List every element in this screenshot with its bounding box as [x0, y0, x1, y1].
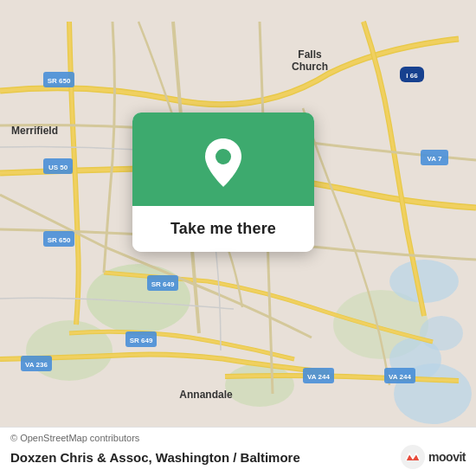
svg-text:VA 236: VA 236 [25, 361, 48, 369]
moovit-brand-icon [401, 445, 425, 469]
popup-button-area[interactable]: Take me there [132, 206, 314, 252]
svg-text:Annandale: Annandale [179, 389, 233, 401]
location-title: Doxzen Chris & Assoc, Washington / Balti… [10, 450, 300, 465]
bottom-title-row: Doxzen Chris & Assoc, Washington / Balti… [10, 445, 466, 469]
svg-text:Church: Church [292, 61, 328, 73]
svg-text:Falls: Falls [298, 48, 322, 61]
svg-point-7 [420, 316, 463, 351]
popup-card: Take me there [132, 113, 314, 252]
svg-point-2 [26, 320, 113, 381]
svg-text:Merrifield: Merrifield [11, 125, 58, 137]
svg-point-34 [401, 445, 425, 469]
map-container: SR 650 SR 650 US 50 SR 649 SR 649 VA 7 I… [0, 0, 476, 476]
svg-text:SR 649: SR 649 [151, 280, 175, 288]
svg-text:SR 650: SR 650 [48, 236, 71, 244]
copyright-text: © OpenStreetMap contributors [10, 433, 466, 443]
svg-text:US 50: US 50 [48, 164, 68, 171]
svg-text:SR 650: SR 650 [48, 77, 71, 85]
svg-text:VA 244: VA 244 [307, 373, 330, 381]
svg-text:VA 244: VA 244 [389, 373, 411, 381]
bottom-bar: © OpenStreetMap contributors Doxzen Chri… [0, 427, 476, 476]
svg-point-3 [225, 363, 294, 407]
location-pin-icon [202, 137, 245, 189]
popup-header [132, 113, 314, 206]
svg-text:I 66: I 66 [406, 72, 418, 80]
svg-text:VA 7: VA 7 [428, 155, 442, 163]
moovit-label: moovit [428, 450, 466, 464]
svg-point-8 [389, 260, 459, 303]
moovit-logo: moovit [401, 445, 466, 469]
svg-point-33 [215, 149, 231, 164]
svg-text:SR 649: SR 649 [130, 337, 153, 344]
take-me-there-button[interactable]: Take me there [170, 220, 276, 238]
